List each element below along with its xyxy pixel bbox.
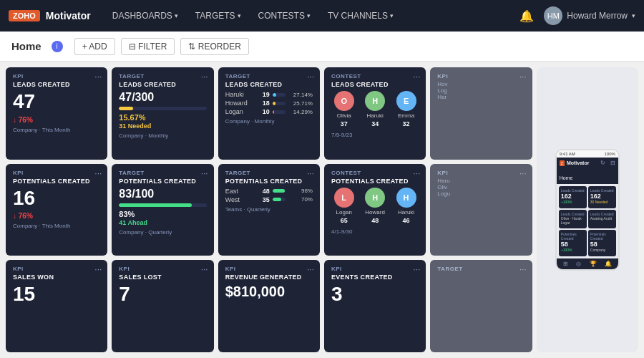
avatar-item: O Olivia 37 <box>334 91 354 127</box>
avatar-name: Howard <box>365 209 385 216</box>
avatar-circle: E <box>396 91 416 111</box>
card-menu-icon[interactable]: ··· <box>307 168 314 178</box>
avatar-circle: O <box>334 91 354 111</box>
card-menu-icon[interactable]: ··· <box>201 264 208 274</box>
card-type-label: KPI <box>437 170 525 176</box>
phone-nav-notifications-icon[interactable]: 🔔 <box>605 261 612 267</box>
phone-home-label: Home <box>560 175 573 180</box>
reorder-button[interactable]: ⇅ REORDER <box>180 38 248 55</box>
progress-bar-container <box>119 203 206 207</box>
phone-card-change: +100% <box>561 248 585 252</box>
kpi-value: 7 <box>119 284 206 306</box>
nav-targets[interactable]: TARGETS ▾ <box>188 0 248 32</box>
nav-contests-label: CONTESTS <box>258 11 305 21</box>
card-title: REVENUE GENERATED <box>225 274 313 281</box>
avatar-name: Haruki <box>398 209 414 216</box>
avatar-score: 34 <box>371 120 379 127</box>
phone-header: Z Motivator ↻ ⊟ <box>557 158 618 168</box>
kpi-sales-won: KPI ··· SALES WON 15 <box>6 260 107 352</box>
target-fill <box>273 102 276 105</box>
card-menu-icon[interactable]: ··· <box>519 168 527 178</box>
target-bar <box>273 110 286 114</box>
nav-contests[interactable]: CONTESTS ▾ <box>251 0 318 32</box>
nav-tv-channels[interactable]: TV CHANNELS ▾ <box>321 0 401 32</box>
card-type-label: TARGET <box>119 170 206 176</box>
chevron-down-icon: ▾ <box>175 12 178 19</box>
nav-dashboards-label: DASHBOARDS <box>112 11 172 21</box>
card-menu-icon[interactable]: ··· <box>413 168 420 178</box>
target-pct: 25.71% <box>288 100 313 107</box>
target-bar <box>273 93 286 97</box>
phone-card-val: 58 <box>590 241 614 248</box>
card-footer: Company · Monthly <box>119 132 206 139</box>
card-menu-icon[interactable]: ··· <box>413 264 420 274</box>
phone-card-2: Leads Created 162 30 Needed <box>588 186 616 208</box>
kpi-events-created: KPI ··· EVENTS CREATED 3 <box>324 260 426 352</box>
date-range: 7/9-9/23 <box>331 132 419 138</box>
phone-card-3: Leads Created Olive · Harak · Logar <box>559 210 587 229</box>
kpi-value: 15 <box>13 284 100 306</box>
phone-nav-contest-icon[interactable]: 🏆 <box>590 261 597 267</box>
card-type-label: TARGET <box>119 73 206 79</box>
phone-nav-dashboard-icon[interactable]: ⊞ <box>563 261 568 267</box>
kpi-partial-row2: KPI ··· HaruOlivLogu <box>430 164 532 256</box>
card-type-label: KPI <box>13 266 100 272</box>
navbar: ZOHO Motivator DASHBOARDS ▾ TARGETS ▾ CO… <box>0 0 644 32</box>
progress-fill <box>119 203 192 207</box>
filter-button[interactable]: ⊟ FILTER <box>121 38 175 55</box>
phone-card-1: Leads Created 162 +100% <box>559 186 587 208</box>
target-value: 83/100 <box>119 188 206 200</box>
card-type-label: CONTEST <box>331 73 419 79</box>
card-menu-icon[interactable]: ··· <box>307 264 314 274</box>
avatar-score: 65 <box>341 217 348 224</box>
date-range: 4/1-9/30 <box>331 228 419 235</box>
card-menu-icon[interactable]: ··· <box>307 72 314 82</box>
chevron-down-icon: ▾ <box>632 12 635 19</box>
card-title: LEADS CREATED <box>331 81 419 88</box>
target-name: Logan <box>225 108 255 115</box>
card-menu-icon[interactable]: ··· <box>519 72 527 82</box>
nav-targets-label: TARGETS <box>195 11 235 21</box>
target-val: 35 <box>258 196 270 203</box>
kpi-value: 3 <box>331 284 419 306</box>
phone-nav-target-icon[interactable]: ◎ <box>576 261 581 267</box>
avatar-score: 46 <box>403 217 410 224</box>
zoho-logo: ZOHO <box>9 10 40 21</box>
nav-dashboards[interactable]: DASHBOARDS ▾ <box>105 0 185 32</box>
partial-text: HovLogHar <box>437 81 525 100</box>
bell-icon[interactable]: 🔔 <box>519 9 534 23</box>
card-menu-icon[interactable]: ··· <box>201 168 208 178</box>
phone-frame: 9:41 AM 100% Z Motivator ↻ ⊟ Home Leads … <box>555 149 620 271</box>
target-pct: 27.14% <box>288 92 313 98</box>
card-menu-icon[interactable]: ··· <box>94 264 102 274</box>
phone-logo: Z <box>560 160 565 166</box>
kpi-value: 16 <box>13 188 100 210</box>
card-menu-icon[interactable]: ··· <box>519 264 527 274</box>
card-type-label: KPI <box>331 266 419 272</box>
card-type-label: CONTEST <box>331 170 419 176</box>
avatar-circle: H <box>396 188 416 208</box>
avatar-circle: H <box>365 91 385 111</box>
avatar-score: 37 <box>341 120 348 127</box>
chevron-down-icon: ▾ <box>307 12 311 19</box>
kpi-change: ↓ 76% <box>13 116 100 124</box>
target-pct: 70% <box>288 196 313 203</box>
card-type-label: KPI <box>13 170 100 176</box>
progress-pct: 83% <box>119 210 206 218</box>
kpi-revenue: KPI ··· REVENUE GENERATED $810,000 <box>218 260 320 352</box>
card-footer: Company · This Month <box>13 127 100 133</box>
card-menu-icon[interactable]: ··· <box>94 168 102 178</box>
add-button[interactable]: + ADD <box>74 38 115 55</box>
target-bar <box>273 189 286 193</box>
card-menu-icon[interactable]: ··· <box>201 72 208 82</box>
card-menu-icon[interactable]: ··· <box>94 72 102 82</box>
target-bar <box>273 102 286 105</box>
card-menu-icon[interactable]: ··· <box>413 72 420 82</box>
progress-track <box>119 107 206 110</box>
target-name: West <box>225 196 255 203</box>
phone-body: Leads Created 162 +100% Leads Created 16… <box>557 184 618 258</box>
info-icon[interactable]: i <box>52 41 63 52</box>
phone-home-bar: Home <box>557 168 618 184</box>
card-footer: Company · Monthly <box>225 118 313 125</box>
user-menu[interactable]: HM Howard Merrow ▾ <box>544 6 635 25</box>
